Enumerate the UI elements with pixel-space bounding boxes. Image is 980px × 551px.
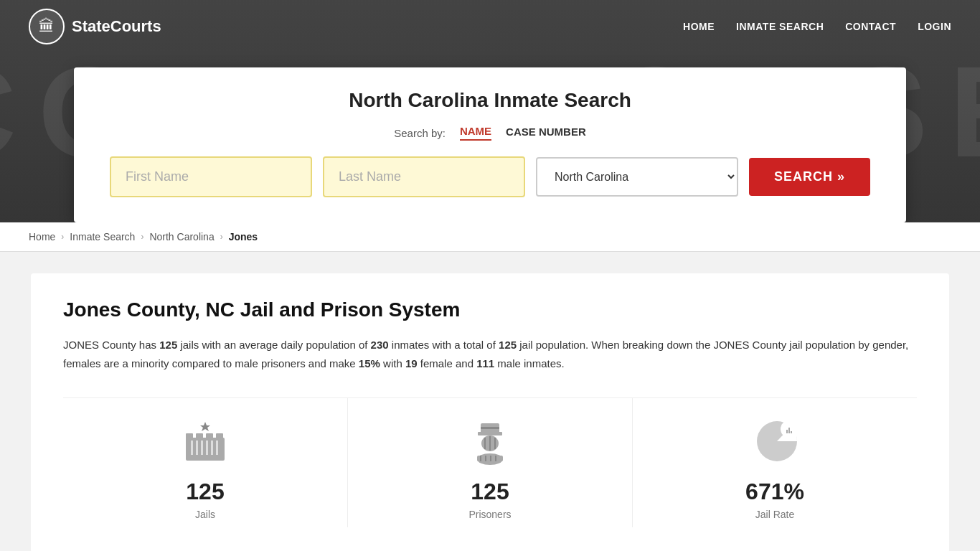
state-select[interactable]: North Carolina Alabama Alaska Arizona Ca… <box>536 157 738 197</box>
svg-rect-2 <box>196 433 203 441</box>
svg-rect-8 <box>201 441 203 455</box>
jails-label: Jails <box>195 509 215 520</box>
site-name: StateCourts <box>72 17 161 36</box>
nav-home[interactable]: HOME <box>683 21 715 32</box>
breadcrumb-home[interactable]: Home <box>29 231 55 242</box>
svg-rect-10 <box>211 441 213 455</box>
search-card-title: North Carolina Inmate Search <box>110 89 870 112</box>
tab-case-number[interactable]: CASE NUMBER <box>506 126 586 140</box>
prisoner-icon <box>461 413 519 470</box>
logo-icon: 🏛 <box>29 9 65 44</box>
svg-rect-4 <box>216 433 223 441</box>
svg-rect-9 <box>206 441 208 455</box>
nav-contact[interactable]: CONTACT <box>845 21 896 32</box>
breadcrumb-sep-1: › <box>61 232 64 242</box>
logo-link[interactable]: 🏛 StateCourts <box>29 9 161 44</box>
svg-rect-7 <box>196 441 198 455</box>
svg-rect-1 <box>186 433 193 441</box>
search-by-row: Search by: NAME CASE NUMBER <box>110 125 870 141</box>
stat-prisoners: 125 Prisoners <box>348 398 633 527</box>
jail-rate-value: 671% <box>745 479 804 505</box>
chart-icon <box>746 413 804 470</box>
breadcrumb: Home › Inmate Search › North Carolina › … <box>0 222 980 252</box>
jails-count: 125 <box>186 479 224 505</box>
svg-rect-3 <box>206 433 213 441</box>
hero-section: COURTHOUSE 🏛 StateCourts HOME INMATE SEA… <box>0 0 980 222</box>
jail-rate-label: Jail Rate <box>755 509 794 520</box>
main-content: Jones County, NC Jail and Prison System … <box>0 252 980 551</box>
search-inputs-row: North Carolina Alabama Alaska Arizona Ca… <box>110 156 870 197</box>
breadcrumb-sep-2: › <box>141 232 143 242</box>
content-card: Jones County, NC Jail and Prison System … <box>31 273 949 551</box>
svg-rect-29 <box>788 428 790 433</box>
svg-rect-30 <box>791 431 792 433</box>
nav-inmate-search[interactable]: INMATE SEARCH <box>736 21 824 32</box>
prisoners-count: 125 <box>471 479 509 505</box>
svg-marker-5 <box>200 422 210 431</box>
first-name-input[interactable] <box>110 156 312 197</box>
prisoners-label: Prisoners <box>468 509 511 520</box>
stats-row: 125 Jails <box>63 397 917 527</box>
search-button[interactable]: SEARCH » <box>749 158 870 196</box>
breadcrumb-current: Jones <box>229 231 258 242</box>
search-by-label: Search by: <box>394 127 446 139</box>
breadcrumb-state[interactable]: North Carolina <box>149 231 214 242</box>
last-name-input[interactable] <box>323 156 525 197</box>
navigation: 🏛 StateCourts HOME INMATE SEARCH CONTACT… <box>0 0 980 53</box>
svg-rect-6 <box>191 441 193 455</box>
search-card: North Carolina Inmate Search Search by: … <box>74 67 906 222</box>
stat-jails: 125 Jails <box>63 398 348 527</box>
nav-links: HOME INMATE SEARCH CONTACT LOGIN <box>683 21 951 32</box>
svg-rect-14 <box>481 427 499 429</box>
nav-login[interactable]: LOGIN <box>918 21 951 32</box>
breadcrumb-inmate-search[interactable]: Inmate Search <box>70 231 135 242</box>
breadcrumb-sep-3: › <box>220 232 223 242</box>
county-description: JONES County has 125 jails with an avera… <box>63 336 917 372</box>
county-title: Jones County, NC Jail and Prison System <box>63 298 917 321</box>
jail-icon <box>176 413 234 470</box>
stat-jail-rate: 671% Jail Rate <box>633 398 917 527</box>
tab-name[interactable]: NAME <box>460 125 491 141</box>
svg-rect-28 <box>786 430 788 433</box>
svg-rect-11 <box>216 441 218 455</box>
